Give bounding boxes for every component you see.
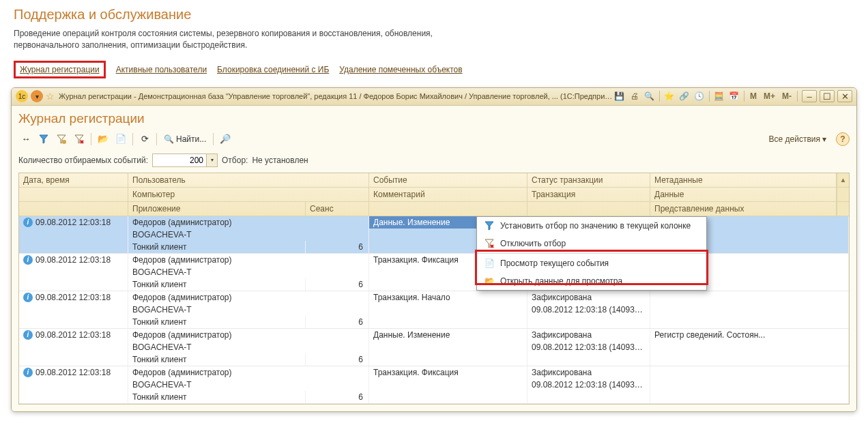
cell-empty [527, 353, 650, 366]
window-minimize[interactable]: – [802, 90, 817, 102]
grid-body[interactable]: i09.08.2012 12:03:18 Федоров (администра… [19, 216, 849, 404]
col-trans-status[interactable]: Статус транзакции [527, 173, 650, 187]
col-meta[interactable]: Метаданные [650, 173, 837, 187]
link-block-connections[interactable]: Блокировка соединений с ИБ [217, 65, 329, 74]
cell-date: i09.08.2012 12:03:18 [19, 254, 128, 266]
all-actions-button[interactable]: Все действия ▾ [765, 133, 830, 145]
favorite-icon[interactable]: ☆ [46, 91, 55, 102]
ctx-label: Просмотр текущего события [500, 259, 609, 268]
table-row[interactable]: i09.08.2012 12:03:18 Федоров (администра… [19, 216, 849, 254]
col-computer[interactable]: Компьютер [128, 188, 369, 201]
open-icon[interactable]: 📂 [96, 132, 111, 147]
cell-comment [369, 304, 527, 316]
expand-icon[interactable]: ↔ [18, 132, 33, 147]
cell-empty [369, 391, 527, 403]
count-label: Количество отбираемых событий: [18, 156, 148, 165]
highlight-box: Журнал регистрации [14, 61, 106, 78]
calendar-icon[interactable]: 📅 [727, 90, 741, 102]
ctx-label: Открыть данные для просмотра [500, 276, 622, 286]
scroll-spacer [837, 202, 849, 216]
count-input[interactable] [152, 153, 207, 167]
info-icon: i [23, 330, 33, 340]
zoom-icon[interactable]: 🔎 [218, 132, 233, 147]
link-icon[interactable]: 🔗 [678, 90, 691, 102]
col-data-repr[interactable]: Представление данных [650, 202, 837, 216]
cell-session: 6 [306, 316, 369, 328]
cell-trans-status: Зафиксирована [527, 366, 650, 379]
refresh-icon[interactable]: ⟳ [137, 132, 152, 147]
history-icon[interactable]: 🕓 [693, 90, 706, 102]
cell-trans-status: Зафиксирована [527, 291, 650, 304]
table-row[interactable]: i09.08.2012 12:03:18 Федоров (администра… [19, 254, 849, 291]
spinner-button[interactable]: ▾ [207, 153, 218, 167]
find-label: Найти... [176, 134, 206, 144]
cell-empty [19, 229, 128, 241]
link-registration-log[interactable]: Журнал регистрации [20, 65, 100, 74]
ctx-disable-filter[interactable]: Отключить отбор [477, 235, 706, 252]
memory-m[interactable]: M [747, 91, 760, 101]
filter-funnel-icon[interactable] [36, 132, 51, 147]
cell-transaction: 09.08.2012 12:03:18 (14093935) [527, 379, 650, 391]
cell-empty [19, 353, 128, 366]
cell-comment [369, 341, 527, 353]
nav-icon[interactable]: ▾ [31, 90, 43, 102]
cell-transaction: 09.08.2012 12:03:18 (14093935) [527, 341, 650, 353]
view-icon[interactable]: 📄 [113, 132, 128, 147]
cell-event: Данные. Изменение [369, 329, 527, 341]
memory-m-minus[interactable]: M- [779, 91, 794, 101]
cell-empty [650, 391, 849, 403]
scroll-up[interactable]: ▲ [837, 173, 849, 187]
filter-settings-icon[interactable] [54, 132, 69, 147]
ctx-label: Отключить отбор [500, 239, 566, 248]
ctx-view-event[interactable]: 📄 Просмотр текущего события [477, 254, 706, 272]
memory-m-plus[interactable]: M+ [761, 91, 778, 101]
chevron-down-icon: ▾ [822, 134, 826, 144]
col-date[interactable]: Дата, время [19, 173, 128, 187]
col-comment[interactable]: Комментарий [369, 188, 527, 201]
preview-icon[interactable]: 🔍 [643, 90, 656, 102]
toolbar: ↔ 📂 📄 ⟳ 🔍 Найти... 🔎 Все действия ▾ ? [18, 130, 850, 152]
calc-icon[interactable]: 🧮 [712, 90, 726, 102]
star-icon[interactable]: ⭐ [663, 90, 676, 102]
cell-empty [19, 304, 128, 316]
context-menu: Установить отбор по значению в текущей к… [476, 216, 707, 291]
separator [709, 91, 710, 102]
info-icon: i [23, 255, 33, 265]
col-data[interactable]: Данные [650, 188, 837, 201]
ctx-open-data[interactable]: 📂 Открыть данные для просмотра [477, 272, 706, 290]
cell-trans-status: Зафиксирована [527, 329, 650, 341]
col-user[interactable]: Пользователь [128, 173, 369, 187]
table-row[interactable]: i09.08.2012 12:03:18 Федоров (администра… [19, 291, 849, 329]
info-icon: i [23, 293, 33, 302]
col-event[interactable]: Событие [369, 173, 527, 187]
separator [91, 133, 91, 145]
find-button[interactable]: 🔍 Найти... [161, 133, 209, 145]
cell-session: 6 [306, 241, 369, 253]
link-active-users[interactable]: Активные пользователи [116, 65, 207, 74]
cell-app: Тонкий клиент [128, 278, 306, 291]
filter-clear-icon[interactable] [72, 132, 87, 147]
col-session[interactable]: Сеанс [306, 202, 369, 216]
cell-computer: BOGACHEVA-T [128, 266, 369, 278]
cell-meta [650, 291, 849, 304]
cell-user: Федоров (администратор) [128, 329, 369, 341]
cell-event: Транзакция. Фиксация [369, 366, 527, 379]
window-title: Журнал регистрации - Демонстрационная ба… [59, 92, 613, 100]
cell-app: Тонкий клиент [128, 241, 306, 253]
cell-computer: BOGACHEVA-T [128, 304, 369, 316]
scroll-spacer [837, 188, 849, 201]
cell-date: i09.08.2012 12:03:18 [19, 216, 128, 229]
help-button[interactable]: ? [836, 132, 850, 146]
panel-title: Журнал регистрации [18, 111, 850, 126]
window-close[interactable]: ✕ [837, 90, 852, 102]
col-app[interactable]: Приложение [128, 202, 306, 216]
save-icon[interactable]: 💾 [613, 90, 626, 102]
print-icon[interactable]: 🖨 [628, 90, 641, 102]
table-row[interactable]: i09.08.2012 12:03:18 Федоров (администра… [19, 366, 849, 404]
col-transaction[interactable]: Транзакция [527, 188, 650, 201]
link-delete-marked[interactable]: Удаление помеченных объектов [339, 65, 462, 74]
ctx-set-filter[interactable]: Установить отбор по значению в текущей к… [477, 217, 706, 235]
table-row[interactable]: i09.08.2012 12:03:18 Федоров (администра… [19, 329, 849, 366]
window-maximize[interactable]: ☐ [820, 90, 835, 102]
separator [213, 133, 214, 145]
